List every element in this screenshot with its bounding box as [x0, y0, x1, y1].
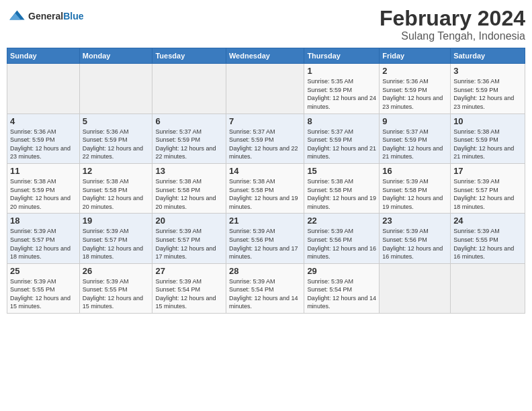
day-of-week-header: Saturday	[451, 48, 525, 64]
day-number: 6	[155, 116, 223, 126]
day-number: 26	[83, 266, 150, 276]
day-number: 17	[453, 166, 522, 176]
day-number: 23	[382, 216, 447, 226]
day-info: Sunrise: 5:37 AMSunset: 5:59 PMDaylight:…	[229, 128, 301, 161]
day-number: 22	[307, 216, 376, 226]
day-of-week-header: Friday	[380, 48, 451, 64]
day-number: 2	[382, 66, 447, 76]
day-number: 15	[307, 166, 376, 176]
calendar-day-cell: 20Sunrise: 5:39 AMSunset: 5:57 PMDayligh…	[152, 214, 226, 263]
logo-text: GeneralBlue	[28, 11, 83, 22]
calendar-week-row: 1Sunrise: 5:35 AMSunset: 5:59 PMDaylight…	[7, 64, 525, 113]
calendar-day-cell: 12Sunrise: 5:38 AMSunset: 5:58 PMDayligh…	[79, 163, 152, 213]
day-info: Sunrise: 5:38 AMSunset: 5:59 PMDaylight:…	[453, 128, 522, 161]
calendar-day-cell: 23Sunrise: 5:39 AMSunset: 5:56 PMDayligh…	[380, 214, 451, 263]
calendar-day-cell	[152, 64, 226, 113]
calendar-header-row: SundayMondayTuesdayWednesdayThursdayFrid…	[7, 48, 525, 64]
day-number: 11	[10, 166, 77, 176]
day-number: 16	[382, 166, 447, 176]
day-number: 28	[229, 266, 301, 276]
calendar-day-cell: 16Sunrise: 5:39 AMSunset: 5:58 PMDayligh…	[380, 163, 451, 213]
day-number: 20	[155, 216, 223, 226]
day-of-week-header: Sunday	[7, 48, 80, 64]
calendar-day-cell	[7, 64, 80, 113]
day-number: 14	[229, 166, 301, 176]
day-number: 1	[307, 66, 376, 76]
calendar-day-cell: 9Sunrise: 5:37 AMSunset: 5:59 PMDaylight…	[380, 113, 451, 163]
calendar-day-cell: 22Sunrise: 5:39 AMSunset: 5:56 PMDayligh…	[304, 214, 380, 263]
logo-general: General	[28, 11, 63, 21]
day-info: Sunrise: 5:35 AMSunset: 5:59 PMDaylight:…	[307, 77, 376, 111]
calendar-day-cell: 14Sunrise: 5:38 AMSunset: 5:58 PMDayligh…	[226, 163, 304, 213]
calendar-week-row: 18Sunrise: 5:39 AMSunset: 5:57 PMDayligh…	[7, 214, 525, 263]
day-number: 27	[155, 266, 223, 276]
day-info: Sunrise: 5:39 AMSunset: 5:55 PMDaylight:…	[83, 277, 150, 311]
day-info: Sunrise: 5:36 AMSunset: 5:59 PMDaylight:…	[10, 128, 77, 161]
day-info: Sunrise: 5:36 AMSunset: 5:59 PMDaylight:…	[83, 128, 150, 161]
day-info: Sunrise: 5:39 AMSunset: 5:56 PMDaylight:…	[307, 227, 376, 261]
title-block: February 2024 Sulang Tengah, Indonesia	[380, 7, 525, 42]
calendar-day-cell	[79, 64, 152, 113]
calendar-day-cell: 2Sunrise: 5:36 AMSunset: 5:59 PMDaylight…	[380, 64, 451, 113]
logo-icon	[7, 7, 26, 26]
day-info: Sunrise: 5:39 AMSunset: 5:54 PMDaylight:…	[307, 277, 376, 311]
calendar-day-cell: 27Sunrise: 5:39 AMSunset: 5:54 PMDayligh…	[152, 263, 226, 313]
day-number: 10	[453, 116, 522, 126]
day-info: Sunrise: 5:39 AMSunset: 5:56 PMDaylight:…	[382, 227, 447, 261]
calendar-day-cell	[380, 263, 451, 313]
day-info: Sunrise: 5:38 AMSunset: 5:59 PMDaylight:…	[10, 177, 77, 211]
day-info: Sunrise: 5:39 AMSunset: 5:55 PMDaylight:…	[453, 227, 522, 261]
calendar-day-cell: 21Sunrise: 5:39 AMSunset: 5:56 PMDayligh…	[226, 214, 304, 263]
calendar-day-cell	[226, 64, 304, 113]
day-number: 13	[155, 166, 223, 176]
day-number: 4	[10, 116, 77, 126]
calendar-day-cell: 6Sunrise: 5:37 AMSunset: 5:59 PMDaylight…	[152, 113, 226, 163]
page-title: February 2024	[380, 7, 525, 30]
calendar-day-cell: 26Sunrise: 5:39 AMSunset: 5:55 PMDayligh…	[79, 263, 152, 313]
day-number: 7	[229, 116, 301, 126]
calendar-day-cell: 10Sunrise: 5:38 AMSunset: 5:59 PMDayligh…	[451, 113, 525, 163]
calendar-week-row: 25Sunrise: 5:39 AMSunset: 5:55 PMDayligh…	[7, 263, 525, 313]
day-info: Sunrise: 5:39 AMSunset: 5:57 PMDaylight:…	[83, 227, 150, 261]
day-number: 18	[10, 216, 77, 226]
day-info: Sunrise: 5:38 AMSunset: 5:58 PMDaylight:…	[155, 177, 223, 211]
calendar-day-cell: 28Sunrise: 5:39 AMSunset: 5:54 PMDayligh…	[226, 263, 304, 313]
day-info: Sunrise: 5:39 AMSunset: 5:54 PMDaylight:…	[155, 277, 223, 311]
day-number: 3	[453, 66, 522, 76]
calendar-day-cell: 19Sunrise: 5:39 AMSunset: 5:57 PMDayligh…	[79, 214, 152, 263]
calendar-day-cell: 8Sunrise: 5:37 AMSunset: 5:59 PMDaylight…	[304, 113, 380, 163]
page-subtitle: Sulang Tengah, Indonesia	[380, 30, 525, 42]
calendar-table: SundayMondayTuesdayWednesdayThursdayFrid…	[7, 48, 525, 314]
calendar-week-row: 11Sunrise: 5:38 AMSunset: 5:59 PMDayligh…	[7, 163, 525, 213]
calendar-day-cell: 15Sunrise: 5:38 AMSunset: 5:58 PMDayligh…	[304, 163, 380, 213]
day-info: Sunrise: 5:38 AMSunset: 5:58 PMDaylight:…	[307, 177, 376, 211]
day-of-week-header: Wednesday	[226, 48, 304, 64]
calendar-day-cell: 18Sunrise: 5:39 AMSunset: 5:57 PMDayligh…	[7, 214, 80, 263]
day-number: 5	[83, 116, 150, 126]
day-info: Sunrise: 5:36 AMSunset: 5:59 PMDaylight:…	[382, 77, 447, 111]
day-info: Sunrise: 5:39 AMSunset: 5:58 PMDaylight:…	[382, 177, 447, 211]
day-info: Sunrise: 5:36 AMSunset: 5:59 PMDaylight:…	[453, 77, 522, 111]
day-info: Sunrise: 5:38 AMSunset: 5:58 PMDaylight:…	[229, 177, 301, 211]
calendar-day-cell: 13Sunrise: 5:38 AMSunset: 5:58 PMDayligh…	[152, 163, 226, 213]
day-info: Sunrise: 5:37 AMSunset: 5:59 PMDaylight:…	[382, 128, 447, 161]
day-info: Sunrise: 5:39 AMSunset: 5:56 PMDaylight:…	[229, 227, 301, 261]
day-info: Sunrise: 5:37 AMSunset: 5:59 PMDaylight:…	[307, 128, 376, 161]
logo-blue: Blue	[63, 11, 83, 21]
calendar-day-cell: 1Sunrise: 5:35 AMSunset: 5:59 PMDaylight…	[304, 64, 380, 113]
calendar-day-cell: 29Sunrise: 5:39 AMSunset: 5:54 PMDayligh…	[304, 263, 380, 313]
calendar-day-cell: 24Sunrise: 5:39 AMSunset: 5:55 PMDayligh…	[451, 214, 525, 263]
day-number: 24	[453, 216, 522, 226]
calendar-day-cell: 4Sunrise: 5:36 AMSunset: 5:59 PMDaylight…	[7, 113, 80, 163]
calendar-day-cell: 7Sunrise: 5:37 AMSunset: 5:59 PMDaylight…	[226, 113, 304, 163]
day-info: Sunrise: 5:39 AMSunset: 5:57 PMDaylight:…	[10, 227, 77, 261]
calendar-day-cell	[451, 263, 525, 313]
day-of-week-header: Tuesday	[152, 48, 226, 64]
page-header: GeneralBlue February 2024 Sulang Tengah,…	[7, 7, 525, 42]
day-number: 19	[83, 216, 150, 226]
logo: GeneralBlue	[7, 7, 83, 26]
day-of-week-header: Thursday	[304, 48, 380, 64]
day-of-week-header: Monday	[79, 48, 152, 64]
day-info: Sunrise: 5:39 AMSunset: 5:55 PMDaylight:…	[10, 277, 77, 311]
calendar-day-cell: 3Sunrise: 5:36 AMSunset: 5:59 PMDaylight…	[451, 64, 525, 113]
